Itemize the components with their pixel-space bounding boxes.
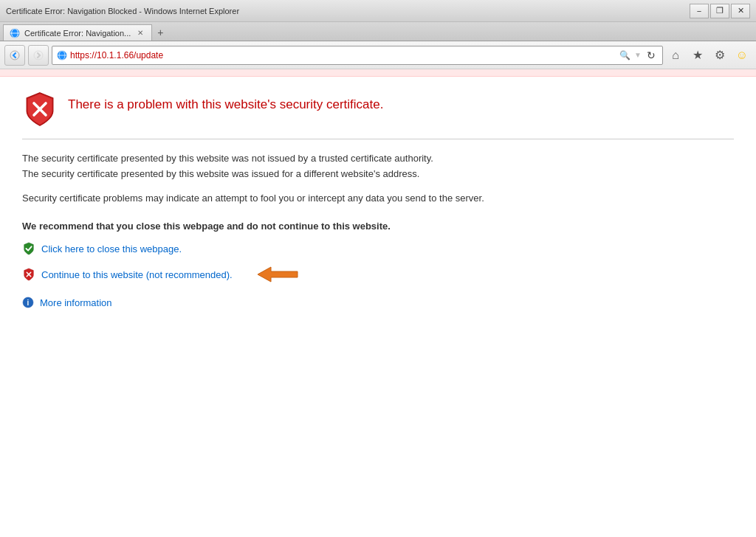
minimize-button[interactable]: −: [690, 4, 709, 18]
tab-favicon-icon: [10, 28, 20, 38]
toolbar-icons: ⌂ ★ ⚙ ☺: [666, 46, 752, 65]
back-icon: [10, 50, 20, 60]
orange-arrow-annotation: [244, 263, 303, 286]
warning-banner: [0, 69, 756, 77]
cert-error-title: There is a problem with this website's s…: [68, 96, 383, 114]
tab-bar: Certificate Error: Navigation... ✕ +: [0, 22, 756, 41]
svg-point-3: [10, 51, 19, 60]
new-tab-button[interactable]: +: [152, 24, 168, 41]
cert-recommend-text: We recommend that you close this webpage…: [22, 221, 734, 232]
restore-button[interactable]: ❐: [710, 4, 729, 18]
search-button[interactable]: 🔍: [618, 49, 631, 62]
cert-error-header: There is a problem with this website's s…: [22, 91, 734, 127]
favorites-button[interactable]: ★: [688, 46, 707, 65]
cert-warning-text: Security certificate problems may indica…: [22, 191, 734, 207]
info-circle-icon: i: [22, 297, 34, 308]
refresh-button[interactable]: ↻: [645, 49, 658, 62]
red-shield-icon: [22, 268, 35, 281]
close-webpage-action: Click here to close this webpage.: [22, 242, 734, 255]
navigation-bar: 🔍 ▼ ↻ ⌂ ★ ⚙ ☺: [0, 41, 756, 69]
forward-icon: [33, 50, 44, 60]
cert-shield-icon: [22, 91, 58, 127]
content-area: There is a problem with this website's s…: [0, 77, 756, 537]
title-bar: Certificate Error: Navigation Blocked - …: [0, 0, 756, 22]
tab-close-button[interactable]: ✕: [135, 28, 145, 38]
continue-link[interactable]: Continue to this website (not recommende…: [41, 269, 233, 280]
back-button[interactable]: [4, 45, 25, 66]
settings-button[interactable]: ⚙: [710, 46, 729, 65]
divider: [22, 139, 734, 139]
forward-button[interactable]: [28, 45, 49, 66]
url-input[interactable]: [70, 50, 615, 60]
close-webpage-link[interactable]: Click here to close this webpage.: [41, 243, 182, 254]
cert-description-1: The security certificate presented by th…: [22, 151, 734, 182]
smiley-button[interactable]: ☺: [732, 46, 752, 65]
svg-text:i: i: [27, 299, 30, 307]
home-button[interactable]: ⌂: [666, 46, 685, 65]
address-favicon-icon: [57, 50, 67, 60]
tab-label: Certificate Error: Navigation...: [24, 29, 131, 38]
green-shield-icon: [22, 242, 35, 255]
address-bar[interactable]: 🔍 ▼ ↻: [52, 46, 663, 65]
window-controls: − ❐ ✕: [690, 4, 750, 18]
more-info-link[interactable]: More information: [40, 297, 112, 308]
svg-point-4: [34, 51, 43, 60]
close-button[interactable]: ✕: [731, 4, 750, 18]
more-info-action: i More information: [22, 297, 734, 308]
window-title: Certificate Error: Navigation Blocked - …: [6, 7, 239, 15]
active-tab[interactable]: Certificate Error: Navigation... ✕: [3, 24, 152, 41]
continue-action: Continue to this website (not recommende…: [22, 263, 734, 286]
svg-marker-12: [258, 267, 298, 282]
